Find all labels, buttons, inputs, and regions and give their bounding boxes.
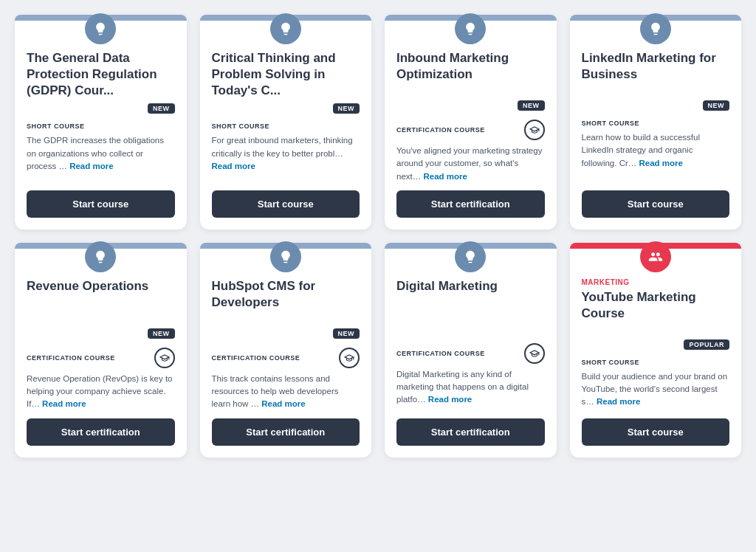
course-card-hubspot-cms: HubSpot CMS for Developers NEW CERTIFICA… — [200, 243, 372, 458]
course-card-linkedin-marketing: LinkedIn Marketing for Business NEW SHOR… — [570, 15, 742, 230]
read-more-link[interactable]: Read more — [42, 399, 86, 408]
course-type-row: CERTIFICATION COURSE — [212, 348, 360, 368]
card-desc: This track contains lessons and resource… — [212, 373, 360, 411]
course-type-label: SHORT COURSE — [582, 120, 640, 127]
card-icon-wrapper — [385, 241, 557, 272]
card-body: LinkedIn Marketing for Business NEW SHOR… — [570, 50, 742, 230]
badge-wrapper: NEW — [396, 100, 545, 117]
course-card-youtube-marketing: MARKETING YouTube Marketing Course POPUL… — [570, 243, 742, 458]
start-button[interactable]: Start certification — [212, 418, 360, 446]
course-type-row: CERTIFICATION COURSE — [396, 120, 545, 140]
read-more-link[interactable]: Read more — [212, 162, 255, 170]
badge-wrapper: NEW — [212, 103, 360, 120]
cert-icon — [524, 343, 545, 364]
card-badge: POPULAR — [684, 339, 729, 350]
start-button[interactable]: Start certification — [27, 418, 175, 446]
course-card-gdpr: The General Data Protection Regulation (… — [15, 15, 187, 230]
badge-wrapper: POPULAR — [582, 339, 730, 356]
title-area: Critical Thinking and Problem Solving in… — [212, 50, 360, 103]
card-body: Revenue Operations NEW CERTIFICATION COU… — [15, 278, 187, 458]
title-area: The General Data Protection Regulation (… — [27, 50, 175, 103]
card-badge: NEW — [518, 100, 545, 111]
course-type-label: SHORT COURSE — [27, 123, 85, 130]
course-type-label: SHORT COURSE — [212, 123, 270, 130]
read-more-link[interactable]: Read more — [597, 397, 640, 406]
card-body: Critical Thinking and Problem Solving in… — [200, 50, 372, 230]
card-icon-wrapper — [200, 241, 372, 272]
start-button[interactable]: Start course — [27, 190, 175, 218]
card-title: HubSpot CMS for Developers — [212, 278, 360, 311]
start-button[interactable]: Start certification — [396, 418, 545, 446]
card-body: HubSpot CMS for Developers NEW CERTIFICA… — [200, 278, 372, 458]
badge-wrapper: NEW — [27, 103, 175, 120]
card-icon — [270, 13, 301, 44]
card-desc: The GDPR increases the obligations on or… — [27, 134, 175, 182]
course-card-critical-thinking: Critical Thinking and Problem Solving in… — [200, 15, 372, 230]
title-area: Digital Marketing — [396, 278, 545, 328]
card-badge: NEW — [703, 100, 730, 111]
card-body: Digital Marketing CERTIFICATION COURSE D… — [385, 278, 557, 458]
card-icon-wrapper — [200, 13, 372, 44]
read-more-link[interactable]: Read more — [428, 395, 472, 404]
title-area: Revenue Operations — [27, 278, 175, 328]
card-desc: Learn how to build a successful LinkedIn… — [582, 131, 730, 183]
card-icon-wrapper — [385, 13, 557, 44]
card-icon — [640, 13, 671, 44]
badge-wrapper: NEW — [212, 328, 360, 345]
start-button[interactable]: Start course — [212, 190, 360, 218]
read-more-link[interactable]: Read more — [261, 399, 305, 408]
card-icon — [85, 241, 116, 272]
card-icon — [455, 13, 486, 44]
title-area: HubSpot CMS for Developers — [212, 278, 360, 328]
course-type-row: CERTIFICATION COURSE — [27, 348, 175, 368]
course-card-inbound-marketing: Inbound Marketing Optimization NEW CERTI… — [385, 15, 557, 230]
start-button[interactable]: Start certification — [396, 190, 545, 218]
card-desc: You've aligned your marketing strategy a… — [396, 145, 545, 183]
title-area: YouTube Marketing Course — [582, 289, 730, 339]
card-desc: Digital Marketing is any kind of marketi… — [396, 368, 545, 411]
card-icon-wrapper — [570, 241, 742, 272]
read-more-link[interactable]: Read more — [423, 172, 467, 181]
course-type-row: SHORT COURSE — [582, 120, 730, 127]
card-title: Critical Thinking and Problem Solving in… — [212, 50, 360, 99]
card-desc: Build your audience and your brand on Yo… — [582, 370, 730, 411]
card-badge: NEW — [148, 328, 175, 339]
card-body: MARKETING YouTube Marketing Course POPUL… — [570, 278, 742, 458]
badge-wrapper: NEW — [27, 328, 175, 345]
title-area: LinkedIn Marketing for Business — [582, 50, 730, 100]
card-badge: NEW — [148, 103, 175, 114]
start-button[interactable]: Start course — [582, 418, 730, 446]
course-type-row: SHORT COURSE — [582, 359, 730, 366]
card-icon-wrapper — [570, 13, 742, 44]
card-badge: NEW — [333, 328, 360, 339]
course-grid: The General Data Protection Regulation (… — [15, 15, 741, 458]
card-body: Inbound Marketing Optimization NEW CERTI… — [385, 50, 557, 230]
course-type-row: SHORT COURSE — [212, 123, 360, 130]
course-card-revenue-operations: Revenue Operations NEW CERTIFICATION COU… — [15, 243, 187, 458]
card-desc: For great inbound marketers, thinking cr… — [212, 134, 360, 182]
cert-icon — [154, 348, 175, 368]
read-more-link[interactable]: Read more — [639, 159, 682, 168]
card-title: YouTube Marketing Course — [582, 289, 730, 322]
course-type-label: SHORT COURSE — [582, 359, 640, 366]
card-title: Inbound Marketing Optimization — [396, 50, 545, 83]
card-desc: Revenue Operation (RevOps) is key to hel… — [27, 373, 175, 411]
read-more-link[interactable]: Read more — [69, 162, 113, 170]
card-icon — [455, 241, 486, 272]
card-icon — [270, 241, 301, 272]
course-card-digital-marketing: Digital Marketing CERTIFICATION COURSE D… — [385, 243, 557, 458]
start-button[interactable]: Start course — [582, 190, 730, 218]
card-icon-wrapper — [15, 241, 187, 272]
card-icon-wrapper — [15, 13, 187, 44]
card-category: MARKETING — [582, 278, 730, 286]
card-title: The General Data Protection Regulation (… — [27, 50, 175, 99]
title-area: Inbound Marketing Optimization — [396, 50, 545, 100]
cert-icon — [524, 120, 545, 140]
course-type-label: CERTIFICATION COURSE — [27, 354, 115, 362]
card-title: Revenue Operations — [27, 278, 175, 294]
card-body: The General Data Protection Regulation (… — [15, 50, 187, 230]
course-type-label: CERTIFICATION COURSE — [396, 350, 485, 357]
card-icon — [85, 13, 116, 44]
course-type-row: SHORT COURSE — [27, 123, 175, 130]
cert-icon — [339, 348, 360, 368]
